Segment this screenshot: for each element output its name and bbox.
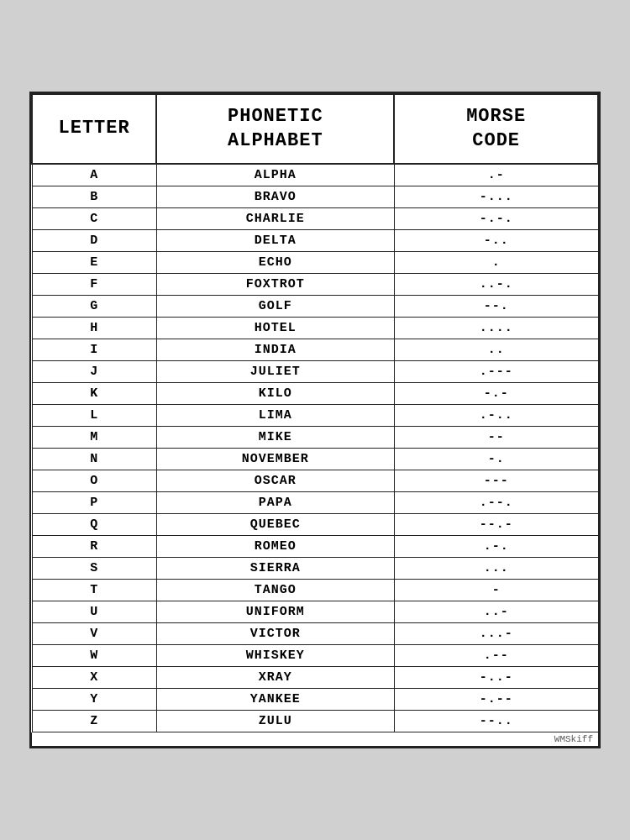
table-row: AALPHA.- [32,164,598,186]
cell-phonetic: HOTEL [156,318,394,339]
cell-phonetic: YANKEE [156,689,394,711]
cell-letter: X [32,667,156,689]
table-row: TTANGO- [32,580,598,601]
cell-morse: -. [394,449,598,470]
cell-letter: M [32,427,156,449]
cell-morse: .--. [394,492,598,514]
cell-phonetic: KILO [156,383,394,405]
table-row: DDELTA-.. [32,230,598,252]
cell-letter: V [32,623,156,645]
cell-letter: B [32,186,156,208]
cell-phonetic: ECHO [156,252,394,274]
table-row: WWHISKEY.-- [32,645,598,667]
cell-morse: ... [394,558,598,580]
cell-letter: R [32,536,156,558]
cell-phonetic: LIMA [156,405,394,427]
table-row: YYANKEE-.-- [32,689,598,711]
table-row: XXRAY-..- [32,667,598,689]
table-row: FFOXTROT..-. [32,274,598,296]
table-row: IINDIA.. [32,339,598,361]
table-row: RROMEO.-. [32,536,598,558]
table-row: UUNIFORM..- [32,601,598,623]
cell-phonetic: TANGO [156,580,394,601]
cell-morse: --.- [394,514,598,536]
cell-phonetic: XRAY [156,667,394,689]
cell-letter: Z [32,711,156,732]
cell-morse: -..- [394,667,598,689]
cell-letter: T [32,580,156,601]
cell-phonetic: SIERRA [156,558,394,580]
header-phonetic: PHONETICALPHABET [156,94,394,164]
cell-phonetic: PAPA [156,492,394,514]
cell-morse: .-.. [394,405,598,427]
cell-morse: .- [394,164,598,186]
cell-morse: ...- [394,623,598,645]
cell-phonetic: QUEBEC [156,514,394,536]
cell-phonetic: OSCAR [156,470,394,492]
morse-table: LETTER PHONETICALPHABET MORSECODE AALPHA… [31,93,599,732]
table-row: KKILO-.- [32,383,598,405]
table-row: ZZULU--.. [32,711,598,732]
cell-letter: G [32,296,156,318]
reference-card: LETTER PHONETICALPHABET MORSECODE AALPHA… [29,92,601,748]
table-row: HHOTEL.... [32,318,598,339]
watermark: WMSkiff [31,732,599,747]
table-row: BBRAVO-... [32,186,598,208]
table-row: EECHO. [32,252,598,274]
cell-phonetic: INDIA [156,339,394,361]
table-row: PPAPA.--. [32,492,598,514]
cell-phonetic: VICTOR [156,623,394,645]
cell-letter: E [32,252,156,274]
cell-phonetic: GOLF [156,296,394,318]
cell-morse: .-. [394,536,598,558]
cell-phonetic: NOVEMBER [156,449,394,470]
cell-letter: N [32,449,156,470]
cell-letter: J [32,361,156,383]
cell-morse: -- [394,427,598,449]
cell-phonetic: CHARLIE [156,208,394,230]
cell-letter: W [32,645,156,667]
cell-letter: H [32,318,156,339]
cell-phonetic: ROMEO [156,536,394,558]
cell-phonetic: DELTA [156,230,394,252]
table-row: QQUEBEC--.- [32,514,598,536]
table-row: VVICTOR...- [32,623,598,645]
table-row: JJULIET.--- [32,361,598,383]
cell-phonetic: ZULU [156,711,394,732]
cell-letter: O [32,470,156,492]
cell-letter: F [32,274,156,296]
cell-morse: -.-- [394,689,598,711]
cell-letter: A [32,164,156,186]
cell-morse: -... [394,186,598,208]
cell-phonetic: ALPHA [156,164,394,186]
cell-letter: S [32,558,156,580]
cell-phonetic: MIKE [156,427,394,449]
header-letter: LETTER [32,94,156,164]
table-row: CCHARLIE-.-. [32,208,598,230]
table-row: MMIKE-- [32,427,598,449]
cell-letter: K [32,383,156,405]
cell-morse: .... [394,318,598,339]
cell-morse: -.. [394,230,598,252]
cell-morse: --.. [394,711,598,732]
cell-morse: ..-. [394,274,598,296]
table-row: NNOVEMBER-. [32,449,598,470]
table-row: OOSCAR--- [32,470,598,492]
cell-phonetic: UNIFORM [156,601,394,623]
table-row: SSIERRA... [32,558,598,580]
table-row: GGOLF--. [32,296,598,318]
cell-letter: Y [32,689,156,711]
cell-morse: -.-. [394,208,598,230]
cell-letter: L [32,405,156,427]
cell-letter: U [32,601,156,623]
cell-phonetic: FOXTROT [156,274,394,296]
cell-letter: I [32,339,156,361]
cell-morse: - [394,580,598,601]
cell-phonetic: JULIET [156,361,394,383]
cell-letter: D [32,230,156,252]
cell-phonetic: WHISKEY [156,645,394,667]
cell-letter: Q [32,514,156,536]
cell-morse: .. [394,339,598,361]
cell-morse: --. [394,296,598,318]
cell-morse: .-- [394,645,598,667]
